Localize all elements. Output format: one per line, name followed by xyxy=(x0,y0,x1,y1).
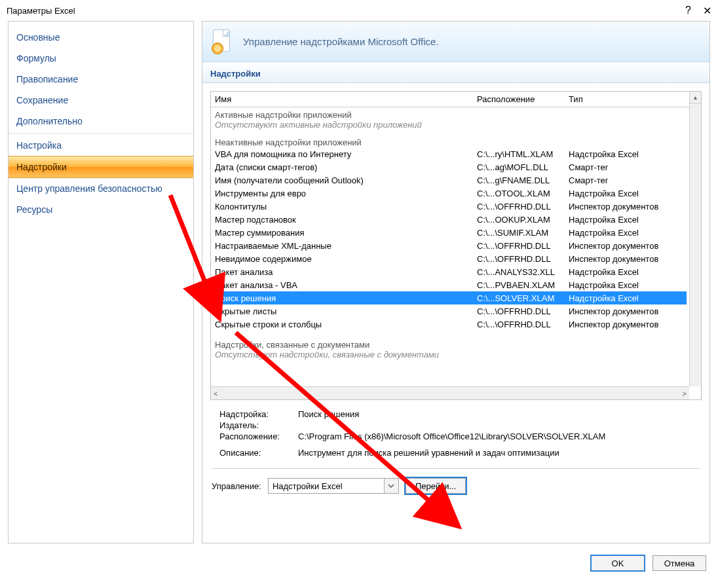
row-name: Скрытые строки и столбцы xyxy=(215,320,477,329)
row-type: Инспектор документов xyxy=(569,320,701,329)
group-active-empty: Отсутствуют активные надстройки приложен… xyxy=(215,120,701,130)
list-item[interactable]: Имя (получатели сообщений Outlook)C:\...… xyxy=(215,174,701,187)
row-name: Инструменты для евро xyxy=(215,189,477,198)
detail-location-value: C:\Program Files (x86)\Microsoft Office\… xyxy=(298,432,692,441)
group-docrel-empty: Отсутствуют надстройки, связанные с доку… xyxy=(215,350,701,359)
go-button[interactable]: Перейти... xyxy=(406,478,466,494)
window-title: Параметры Excel xyxy=(7,6,75,16)
detail-desc-label: Описание: xyxy=(219,448,298,458)
row-location: C:\...ag\MOFL.DLL xyxy=(477,162,569,172)
row-location: C:\...ry\HTML.XLAM xyxy=(477,149,569,159)
chevron-down-icon[interactable] xyxy=(384,479,398,493)
list-item[interactable]: Дата (списки смарт-тегов)C:\...ag\MOFL.D… xyxy=(215,160,701,174)
banner: Управление надстройками Microsoft Office… xyxy=(202,22,709,62)
row-type: Инспектор документов xyxy=(569,306,701,316)
list-item[interactable]: Мастер суммированияC:\...\SUMIF.XLAMНадс… xyxy=(215,226,701,239)
sidebar-separator xyxy=(9,133,193,134)
scroll-up-icon[interactable]: ▴ xyxy=(690,92,701,103)
row-location: C:\...SOLVER.XLAM xyxy=(477,293,569,303)
column-location[interactable]: Расположение xyxy=(477,94,569,104)
sidebar-item-resources[interactable]: Ресурсы xyxy=(9,199,193,220)
list-item[interactable]: Скрытые строки и столбцыC:\...\OFFRHD.DL… xyxy=(215,318,701,331)
sidebar-item-advanced[interactable]: Дополнительно xyxy=(9,111,193,132)
list-item[interactable]: Поиск решенияC:\...SOLVER.XLAMНадстройка… xyxy=(211,291,687,304)
row-type: Смарт-тег xyxy=(569,175,701,185)
row-name: Невидимое содержимое xyxy=(215,254,477,264)
row-location: C:\...g\FNAME.DLL xyxy=(477,175,569,185)
list-item[interactable]: VBA для помощника по ИнтернетуC:\...ry\H… xyxy=(215,147,701,160)
row-location: C:\...\SUMIF.XLAM xyxy=(477,228,569,238)
column-name[interactable]: Имя xyxy=(215,94,477,104)
sidebar-item-addins[interactable]: Надстройки xyxy=(9,156,193,178)
detail-publisher-label: Издатель: xyxy=(219,420,298,430)
sidebar-item-proofing[interactable]: Правописание xyxy=(9,69,193,90)
list-item[interactable]: Пакет анализаC:\...ANALYS32.XLLНадстройк… xyxy=(215,265,701,278)
detail-location-label: Расположение: xyxy=(219,432,298,441)
row-name: Пакет анализа xyxy=(215,267,477,277)
row-type: Смарт-тег xyxy=(569,162,701,172)
horizontal-scrollbar[interactable]: <> xyxy=(211,386,689,399)
row-type: Инспектор документов xyxy=(569,241,701,251)
row-location: C:\...\OFFRHD.DLL xyxy=(477,320,569,329)
detail-addin-label: Надстройка: xyxy=(219,409,298,419)
row-name: Мастер суммирования xyxy=(215,228,477,238)
row-location: C:\...OOKUP.XLAM xyxy=(477,215,569,225)
list-item[interactable]: Невидимое содержимоеC:\...\OFFRHD.DLLИнс… xyxy=(215,252,701,265)
row-location: C:\...\OFFRHD.DLL xyxy=(477,202,569,211)
row-location: C:\...ANALYS32.XLL xyxy=(477,267,569,277)
addins-listbox[interactable]: Имя Расположение Тип Активные надстройки… xyxy=(210,91,702,400)
row-location: C:\...\OFFRHD.DLL xyxy=(477,306,569,316)
help-icon[interactable]: ? xyxy=(685,5,691,17)
row-type: Надстройка Excel xyxy=(569,149,701,159)
ok-button[interactable]: OK xyxy=(591,555,645,571)
row-name: Поиск решения xyxy=(215,293,477,303)
row-location: C:\...\OFFRHD.DLL xyxy=(477,254,569,264)
list-item[interactable]: Скрытые листыC:\...\OFFRHD.DLLИнспектор … xyxy=(215,304,701,318)
banner-title: Управление надстройками Microsoft Office… xyxy=(243,36,700,47)
manage-row: Управление: Надстройки Excel Перейти... xyxy=(202,478,709,503)
row-name: Колонтитулы xyxy=(215,202,477,211)
row-name: Мастер подстановок xyxy=(215,215,477,225)
addins-icon xyxy=(212,29,234,54)
row-type: Надстройка Excel xyxy=(569,189,701,198)
cancel-button[interactable]: Отмена xyxy=(652,555,706,571)
main-panel: Управление надстройками Microsoft Office… xyxy=(202,21,710,543)
group-inactive-header: Неактивные надстройки приложений xyxy=(215,138,701,147)
row-name: Настраиваемые XML-данные xyxy=(215,241,477,251)
row-type: Надстройка Excel xyxy=(569,267,701,277)
row-name: Дата (списки смарт-тегов) xyxy=(215,162,477,172)
dialog-footer: OK Отмена xyxy=(0,551,718,571)
row-name: VBA для помощника по Интернету xyxy=(215,149,477,159)
list-item[interactable]: Инструменты для евроC:\...OTOOL.XLAMНадс… xyxy=(215,187,701,200)
close-icon[interactable]: ✕ xyxy=(703,5,711,17)
divider xyxy=(212,468,700,469)
list-item[interactable]: Настраиваемые XML-данныеC:\...\OFFRHD.DL… xyxy=(215,239,701,252)
row-type: Надстройка Excel xyxy=(569,215,701,225)
detail-desc-value: Инструмент для поиска решений уравнений … xyxy=(298,448,692,458)
list-header: Имя Расположение Тип xyxy=(211,92,701,107)
row-name: Пакет анализа - VBA xyxy=(215,280,477,290)
scroll-left-icon[interactable]: < xyxy=(214,390,217,397)
manage-label: Управление: xyxy=(212,481,261,491)
row-type: Надстройка Excel xyxy=(569,280,701,290)
row-location: C:\...PVBAEN.XLAM xyxy=(477,280,569,290)
manage-combo[interactable]: Надстройки Excel xyxy=(268,478,399,494)
scroll-right-icon[interactable]: > xyxy=(683,390,687,397)
sidebar-item-customize[interactable]: Настройка xyxy=(9,135,193,156)
addin-details: Надстройка:Поиск решения Издатель: Распо… xyxy=(202,408,709,468)
sidebar-item-formulas[interactable]: Формулы xyxy=(9,48,193,69)
section-header: Надстройки xyxy=(202,62,709,83)
group-active-header: Активные надстройки приложений xyxy=(215,110,701,120)
sidebar-item-general[interactable]: Основные xyxy=(9,27,193,48)
list-item[interactable]: Пакет анализа - VBAC:\...PVBAEN.XLAMНадс… xyxy=(215,278,701,291)
sidebar-item-save[interactable]: Сохранение xyxy=(9,90,193,111)
column-type[interactable]: Тип xyxy=(569,94,685,104)
row-type: Инспектор документов xyxy=(569,202,701,211)
nav-sidebar: Основные Формулы Правописание Сохранение… xyxy=(8,21,194,543)
row-type: Инспектор документов xyxy=(569,254,701,264)
list-item[interactable]: Мастер подстановокC:\...OOKUP.XLAMНадстр… xyxy=(215,213,701,226)
sidebar-item-trustcenter[interactable]: Центр управления безопасностью xyxy=(9,178,193,199)
list-item[interactable]: КолонтитулыC:\...\OFFRHD.DLLИнспектор до… xyxy=(215,200,701,213)
group-docrel-header: Надстройки, связанные с документами xyxy=(215,340,701,350)
vertical-scrollbar[interactable]: ▴ xyxy=(689,92,701,386)
